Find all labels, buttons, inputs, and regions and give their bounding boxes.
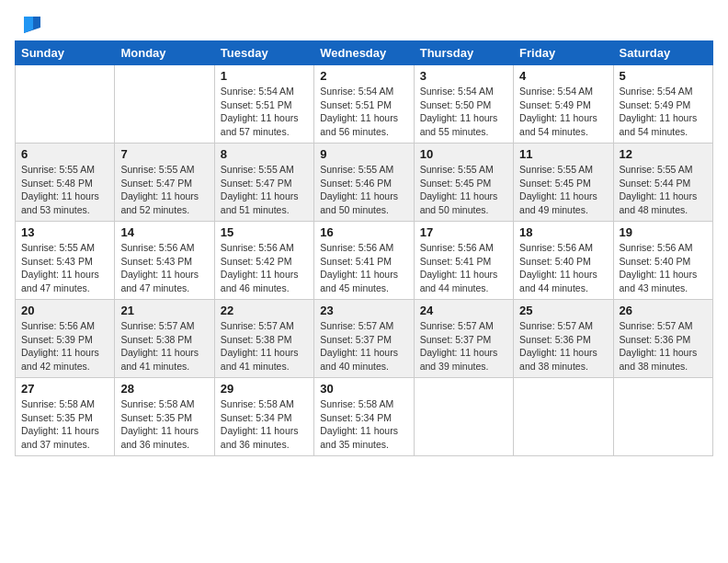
day-number: 24 [420,304,507,317]
week-row-3: 13 Sunrise: 5:55 AMSunset: 5:43 PMDaylig… [16,222,713,300]
day-number: 22 [221,304,308,317]
day-info: Sunrise: 5:56 AMSunset: 5:39 PMDaylight:… [21,319,108,373]
day-cell: 4 Sunrise: 5:54 AMSunset: 5:49 PMDayligh… [514,65,613,144]
day-number: 19 [620,225,707,239]
day-cell [514,378,613,456]
day-cell: 30 Sunrise: 5:58 AMSunset: 5:34 PMDaylig… [314,378,414,456]
day-cell: 29 Sunrise: 5:58 AMSunset: 5:34 PMDaylig… [214,378,313,456]
day-info: Sunrise: 5:56 AMSunset: 5:40 PMDaylight:… [620,241,707,295]
day-cell [115,65,214,144]
day-number: 26 [620,304,707,317]
day-cell: 1 Sunrise: 5:54 AMSunset: 5:51 PMDayligh… [214,65,313,144]
day-cell: 27 Sunrise: 5:58 AMSunset: 5:35 PMDaylig… [16,378,115,456]
day-info: Sunrise: 5:55 AMSunset: 5:45 PMDaylight:… [420,163,507,217]
day-cell: 20 Sunrise: 5:56 AMSunset: 5:39 PMDaylig… [16,300,115,378]
day-info: Sunrise: 5:55 AMSunset: 5:46 PMDaylight:… [320,163,407,217]
day-info: Sunrise: 5:57 AMSunset: 5:37 PMDaylight:… [320,319,407,373]
day-info: Sunrise: 5:57 AMSunset: 5:38 PMDaylight:… [120,319,208,373]
day-cell: 17 Sunrise: 5:56 AMSunset: 5:41 PMDaylig… [414,222,513,300]
day-number: 9 [320,147,407,161]
week-row-5: 27 Sunrise: 5:58 AMSunset: 5:35 PMDaylig… [16,378,713,456]
day-header-wednesday: Wednesday [314,41,414,65]
day-cell: 21 Sunrise: 5:57 AMSunset: 5:38 PMDaylig… [115,300,214,378]
week-row-1: 1 Sunrise: 5:54 AMSunset: 5:51 PMDayligh… [16,65,713,144]
week-row-4: 20 Sunrise: 5:56 AMSunset: 5:39 PMDaylig… [16,300,713,378]
day-header-saturday: Saturday [613,41,712,65]
day-number: 21 [120,304,208,317]
day-cell [414,378,513,456]
day-info: Sunrise: 5:55 AMSunset: 5:48 PMDaylight:… [21,163,108,217]
day-cell [613,378,712,456]
day-cell: 2 Sunrise: 5:54 AMSunset: 5:51 PMDayligh… [314,65,414,144]
day-info: Sunrise: 5:55 AMSunset: 5:47 PMDaylight:… [120,163,208,217]
day-cell: 23 Sunrise: 5:57 AMSunset: 5:37 PMDaylig… [314,300,414,378]
day-info: Sunrise: 5:57 AMSunset: 5:36 PMDaylight:… [519,319,607,373]
day-header-friday: Friday [514,41,613,65]
day-number: 14 [120,225,208,239]
day-number: 8 [221,147,308,161]
day-info: Sunrise: 5:56 AMSunset: 5:43 PMDaylight:… [120,241,208,295]
day-info: Sunrise: 5:57 AMSunset: 5:36 PMDaylight:… [620,319,707,373]
day-number: 5 [620,69,707,83]
day-number: 15 [221,225,308,239]
day-cell: 3 Sunrise: 5:54 AMSunset: 5:50 PMDayligh… [414,65,513,144]
day-header-thursday: Thursday [414,41,513,65]
day-number: 18 [519,225,607,239]
day-cell: 16 Sunrise: 5:56 AMSunset: 5:41 PMDaylig… [314,222,414,300]
day-info: Sunrise: 5:54 AMSunset: 5:49 PMDaylight:… [519,85,607,139]
day-info: Sunrise: 5:56 AMSunset: 5:41 PMDaylight:… [320,241,407,295]
day-info: Sunrise: 5:55 AMSunset: 5:43 PMDaylight:… [21,241,108,295]
day-number: 1 [221,69,308,83]
day-info: Sunrise: 5:56 AMSunset: 5:42 PMDaylight:… [221,241,308,295]
day-info: Sunrise: 5:55 AMSunset: 5:44 PMDaylight:… [620,163,707,217]
day-cell: 5 Sunrise: 5:54 AMSunset: 5:49 PMDayligh… [613,65,712,144]
day-number: 10 [420,147,507,161]
day-cell: 14 Sunrise: 5:56 AMSunset: 5:43 PMDaylig… [115,222,214,300]
day-number: 16 [320,225,407,239]
day-number: 13 [21,225,108,239]
day-info: Sunrise: 5:54 AMSunset: 5:51 PMDaylight:… [221,85,308,139]
day-cell: 28 Sunrise: 5:58 AMSunset: 5:35 PMDaylig… [115,378,214,456]
day-number: 11 [519,147,607,161]
day-info: Sunrise: 5:54 AMSunset: 5:50 PMDaylight:… [420,85,507,139]
logo-icon [17,17,40,33]
day-number: 27 [21,382,108,396]
day-cell [16,65,115,144]
day-info: Sunrise: 5:54 AMSunset: 5:49 PMDaylight:… [620,85,707,139]
day-number: 25 [519,304,607,317]
day-cell: 12 Sunrise: 5:55 AMSunset: 5:44 PMDaylig… [613,144,712,222]
day-info: Sunrise: 5:58 AMSunset: 5:35 PMDaylight:… [120,397,208,452]
day-number: 3 [420,69,507,83]
day-cell: 15 Sunrise: 5:56 AMSunset: 5:42 PMDaylig… [214,222,313,300]
day-cell: 19 Sunrise: 5:56 AMSunset: 5:40 PMDaylig… [613,222,712,300]
day-number: 30 [320,382,407,396]
day-info: Sunrise: 5:58 AMSunset: 5:34 PMDaylight:… [320,397,407,452]
day-number: 4 [519,69,607,83]
day-info: Sunrise: 5:58 AMSunset: 5:35 PMDaylight:… [21,397,108,452]
day-number: 12 [620,147,707,161]
day-number: 6 [21,147,108,161]
day-info: Sunrise: 5:55 AMSunset: 5:45 PMDaylight:… [519,163,607,217]
svg-marker-1 [24,17,33,33]
day-info: Sunrise: 5:56 AMSunset: 5:40 PMDaylight:… [519,241,607,295]
day-info: Sunrise: 5:58 AMSunset: 5:34 PMDaylight:… [221,397,308,452]
day-number: 20 [21,304,108,317]
day-cell: 18 Sunrise: 5:56 AMSunset: 5:40 PMDaylig… [514,222,613,300]
day-cell: 24 Sunrise: 5:57 AMSunset: 5:37 PMDaylig… [414,300,513,378]
day-header-sunday: Sunday [16,41,115,65]
day-info: Sunrise: 5:57 AMSunset: 5:38 PMDaylight:… [221,319,308,373]
header [15,15,713,33]
day-info: Sunrise: 5:54 AMSunset: 5:51 PMDaylight:… [320,85,407,139]
day-cell: 9 Sunrise: 5:55 AMSunset: 5:46 PMDayligh… [314,144,414,222]
day-cell: 13 Sunrise: 5:55 AMSunset: 5:43 PMDaylig… [16,222,115,300]
week-row-2: 6 Sunrise: 5:55 AMSunset: 5:48 PMDayligh… [16,144,713,222]
day-cell: 22 Sunrise: 5:57 AMSunset: 5:38 PMDaylig… [214,300,313,378]
day-cell: 11 Sunrise: 5:55 AMSunset: 5:45 PMDaylig… [514,144,613,222]
day-cell: 10 Sunrise: 5:55 AMSunset: 5:45 PMDaylig… [414,144,513,222]
day-header-monday: Monday [115,41,214,65]
day-number: 17 [420,225,507,239]
day-number: 23 [320,304,407,317]
day-info: Sunrise: 5:57 AMSunset: 5:37 PMDaylight:… [420,319,507,373]
day-cell: 8 Sunrise: 5:55 AMSunset: 5:47 PMDayligh… [214,144,313,222]
logo [15,15,40,33]
